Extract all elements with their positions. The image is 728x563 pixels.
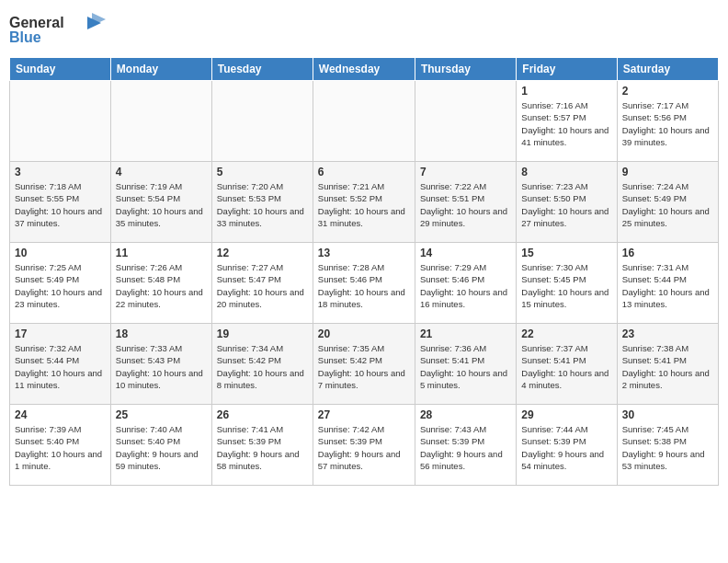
calendar-cell: 30Sunrise: 7:45 AMSunset: 5:38 PMDayligh… <box>617 405 718 486</box>
day-number: 14 <box>420 247 511 259</box>
day-info: Sunrise: 7:23 AMSunset: 5:50 PMDaylight:… <box>521 180 611 229</box>
day-number: 2 <box>622 85 713 98</box>
calendar-cell: 14Sunrise: 7:29 AMSunset: 5:46 PMDayligh… <box>415 243 516 324</box>
calendar-cell: 27Sunrise: 7:42 AMSunset: 5:39 PMDayligh… <box>313 405 415 486</box>
calendar-cell: 13Sunrise: 7:28 AMSunset: 5:46 PMDayligh… <box>313 243 415 324</box>
calendar-cell <box>211 81 313 162</box>
day-info: Sunrise: 7:29 AMSunset: 5:46 PMDaylight:… <box>420 261 511 310</box>
calendar-cell: 24Sunrise: 7:39 AMSunset: 5:40 PMDayligh… <box>10 405 111 486</box>
day-info: Sunrise: 7:18 AMSunset: 5:55 PMDaylight:… <box>15 180 106 229</box>
day-number: 15 <box>521 247 611 259</box>
calendar-cell: 21Sunrise: 7:36 AMSunset: 5:41 PMDayligh… <box>415 324 516 405</box>
calendar-cell: 6Sunrise: 7:21 AMSunset: 5:52 PMDaylight… <box>313 162 415 243</box>
calendar-cell: 22Sunrise: 7:37 AMSunset: 5:41 PMDayligh… <box>517 324 617 405</box>
calendar-cell: 1Sunrise: 7:16 AMSunset: 5:57 PMDaylight… <box>517 81 617 162</box>
calendar-header-row: SundayMondayTuesdayWednesdayThursdayFrid… <box>10 58 719 81</box>
calendar-cell: 29Sunrise: 7:44 AMSunset: 5:39 PMDayligh… <box>517 405 617 486</box>
day-info: Sunrise: 7:39 AMSunset: 5:40 PMDaylight:… <box>15 423 106 472</box>
day-info: Sunrise: 7:34 AMSunset: 5:42 PMDaylight:… <box>217 342 308 391</box>
calendar-container: General Blue SundayMondayTuesdayWednesda… <box>0 0 728 563</box>
day-info: Sunrise: 7:19 AMSunset: 5:54 PMDaylight:… <box>116 180 207 229</box>
calendar-cell: 3Sunrise: 7:18 AMSunset: 5:55 PMDaylight… <box>10 162 111 243</box>
calendar-cell <box>10 81 111 162</box>
day-info: Sunrise: 7:20 AMSunset: 5:53 PMDaylight:… <box>217 180 308 229</box>
day-info: Sunrise: 7:37 AMSunset: 5:41 PMDaylight:… <box>521 342 611 391</box>
day-info: Sunrise: 7:24 AMSunset: 5:49 PMDaylight:… <box>622 180 713 229</box>
day-info: Sunrise: 7:33 AMSunset: 5:43 PMDaylight:… <box>116 342 207 391</box>
calendar-cell: 2Sunrise: 7:17 AMSunset: 5:56 PMDaylight… <box>617 81 718 162</box>
day-number: 4 <box>116 166 207 178</box>
day-number: 5 <box>217 166 308 178</box>
calendar-cell: 26Sunrise: 7:41 AMSunset: 5:39 PMDayligh… <box>211 405 313 486</box>
calendar-table: SundayMondayTuesdayWednesdayThursdayFrid… <box>9 57 719 486</box>
calendar-cell <box>313 81 415 162</box>
day-header-friday: Friday <box>517 58 617 81</box>
day-header-saturday: Saturday <box>617 58 718 81</box>
day-info: Sunrise: 7:16 AMSunset: 5:57 PMDaylight:… <box>521 99 611 148</box>
day-number: 28 <box>420 408 511 421</box>
calendar-cell: 23Sunrise: 7:38 AMSunset: 5:41 PMDayligh… <box>617 324 718 405</box>
day-header-sunday: Sunday <box>10 58 111 81</box>
calendar-cell: 25Sunrise: 7:40 AMSunset: 5:40 PMDayligh… <box>110 405 211 486</box>
day-info: Sunrise: 7:45 AMSunset: 5:38 PMDaylight:… <box>622 423 713 472</box>
day-info: Sunrise: 7:35 AMSunset: 5:42 PMDaylight:… <box>318 342 410 391</box>
day-info: Sunrise: 7:27 AMSunset: 5:47 PMDaylight:… <box>217 261 308 310</box>
day-header-monday: Monday <box>110 58 211 81</box>
calendar-cell: 17Sunrise: 7:32 AMSunset: 5:44 PMDayligh… <box>10 324 111 405</box>
calendar-cell: 16Sunrise: 7:31 AMSunset: 5:44 PMDayligh… <box>617 243 718 324</box>
day-info: Sunrise: 7:36 AMSunset: 5:41 PMDaylight:… <box>420 342 511 391</box>
day-header-wednesday: Wednesday <box>313 58 415 81</box>
week-row-1: 1Sunrise: 7:16 AMSunset: 5:57 PMDaylight… <box>10 81 719 162</box>
day-number: 24 <box>15 408 106 421</box>
day-number: 10 <box>15 247 106 259</box>
calendar-cell: 19Sunrise: 7:34 AMSunset: 5:42 PMDayligh… <box>211 324 313 405</box>
day-number: 1 <box>521 85 611 98</box>
day-number: 9 <box>622 166 713 178</box>
day-info: Sunrise: 7:30 AMSunset: 5:45 PMDaylight:… <box>521 261 611 310</box>
calendar-cell <box>110 81 211 162</box>
calendar-cell: 12Sunrise: 7:27 AMSunset: 5:47 PMDayligh… <box>211 243 313 324</box>
day-info: Sunrise: 7:31 AMSunset: 5:44 PMDaylight:… <box>622 261 713 310</box>
calendar-cell: 4Sunrise: 7:19 AMSunset: 5:54 PMDaylight… <box>110 162 211 243</box>
week-row-4: 17Sunrise: 7:32 AMSunset: 5:44 PMDayligh… <box>10 324 719 405</box>
header: General Blue <box>9 9 719 50</box>
day-number: 19 <box>217 327 308 340</box>
day-number: 13 <box>318 247 410 259</box>
day-number: 23 <box>622 327 713 340</box>
calendar-cell: 20Sunrise: 7:35 AMSunset: 5:42 PMDayligh… <box>313 324 415 405</box>
day-number: 26 <box>217 408 308 421</box>
svg-text:General: General <box>9 15 64 30</box>
day-info: Sunrise: 7:32 AMSunset: 5:44 PMDaylight:… <box>15 342 106 391</box>
week-row-3: 10Sunrise: 7:25 AMSunset: 5:49 PMDayligh… <box>10 243 719 324</box>
day-number: 3 <box>15 166 106 178</box>
day-info: Sunrise: 7:44 AMSunset: 5:39 PMDaylight:… <box>521 423 611 472</box>
day-number: 7 <box>420 166 511 178</box>
day-number: 25 <box>116 408 207 421</box>
day-info: Sunrise: 7:22 AMSunset: 5:51 PMDaylight:… <box>420 180 511 229</box>
day-info: Sunrise: 7:42 AMSunset: 5:39 PMDaylight:… <box>318 423 410 472</box>
calendar-cell <box>415 81 516 162</box>
day-info: Sunrise: 7:25 AMSunset: 5:49 PMDaylight:… <box>15 261 106 310</box>
day-number: 18 <box>116 327 207 340</box>
calendar-cell: 10Sunrise: 7:25 AMSunset: 5:49 PMDayligh… <box>10 243 111 324</box>
calendar-cell: 5Sunrise: 7:20 AMSunset: 5:53 PMDaylight… <box>211 162 313 243</box>
day-number: 27 <box>318 408 410 421</box>
day-number: 30 <box>622 408 713 421</box>
day-number: 6 <box>318 166 410 178</box>
day-info: Sunrise: 7:21 AMSunset: 5:52 PMDaylight:… <box>318 180 410 229</box>
day-header-tuesday: Tuesday <box>211 58 313 81</box>
day-number: 22 <box>521 327 611 340</box>
day-info: Sunrise: 7:17 AMSunset: 5:56 PMDaylight:… <box>622 99 713 148</box>
day-info: Sunrise: 7:38 AMSunset: 5:41 PMDaylight:… <box>622 342 713 391</box>
day-info: Sunrise: 7:28 AMSunset: 5:46 PMDaylight:… <box>318 261 410 310</box>
calendar-cell: 9Sunrise: 7:24 AMSunset: 5:49 PMDaylight… <box>617 162 718 243</box>
day-number: 29 <box>521 408 611 421</box>
day-info: Sunrise: 7:43 AMSunset: 5:39 PMDaylight:… <box>420 423 511 472</box>
day-number: 17 <box>15 327 106 340</box>
day-info: Sunrise: 7:26 AMSunset: 5:48 PMDaylight:… <box>116 261 207 310</box>
calendar-cell: 18Sunrise: 7:33 AMSunset: 5:43 PMDayligh… <box>110 324 211 405</box>
calendar-cell: 15Sunrise: 7:30 AMSunset: 5:45 PMDayligh… <box>517 243 617 324</box>
week-row-2: 3Sunrise: 7:18 AMSunset: 5:55 PMDaylight… <box>10 162 719 243</box>
calendar-body: 1Sunrise: 7:16 AMSunset: 5:57 PMDaylight… <box>10 81 719 486</box>
calendar-cell: 7Sunrise: 7:22 AMSunset: 5:51 PMDaylight… <box>415 162 516 243</box>
